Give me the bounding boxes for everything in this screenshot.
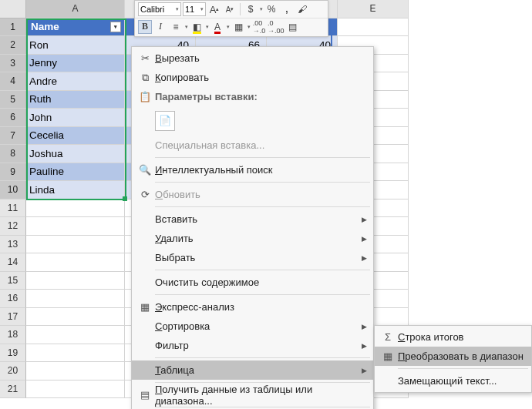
row-header[interactable]: 5 xyxy=(0,91,26,109)
chevron-down-icon: ▾ xyxy=(200,6,204,12)
decrease-decimal-icon[interactable]: .00→.0 xyxy=(252,20,266,34)
convert-icon: ▦ xyxy=(378,350,398,362)
row-header[interactable]: 19 xyxy=(0,344,26,363)
menu-insert[interactable]: Вставить▶ xyxy=(132,210,373,229)
row-header[interactable]: 12 xyxy=(0,217,26,236)
comma-format-button[interactable]: , xyxy=(280,2,294,16)
row-header[interactable]: 18 xyxy=(0,326,26,344)
row-header[interactable]: 14 xyxy=(0,253,26,272)
row-header[interactable]: 6 xyxy=(0,109,26,127)
row-header[interactable]: 9 xyxy=(0,163,26,182)
quick-analysis-icon: ▦ xyxy=(135,301,155,313)
cell-name[interactable]: Ruth xyxy=(26,91,125,109)
copy-icon: ⧉ xyxy=(135,72,155,84)
menu-paste-special: Специальная вставка... xyxy=(132,136,373,155)
borders-icon[interactable]: ▦ xyxy=(231,20,245,34)
row-header[interactable]: 15 xyxy=(0,272,26,290)
font-color-icon[interactable]: A xyxy=(210,20,224,34)
row-header[interactable]: 20 xyxy=(0,362,26,381)
align-center-icon[interactable]: ≡ xyxy=(169,20,183,34)
table-header-label: Name xyxy=(31,21,59,32)
filter-dropdown-icon[interactable]: ▾ xyxy=(110,22,121,32)
submenu-totals-row[interactable]: ΣСтрока итогов xyxy=(375,327,531,347)
row-header[interactable]: 13 xyxy=(0,236,26,254)
cell-name[interactable]: John xyxy=(26,109,125,127)
fill-color-icon[interactable]: ◧ xyxy=(190,20,204,34)
chevron-right-icon: ▶ xyxy=(362,323,367,330)
menu-cut[interactable]: ✂Вырезать xyxy=(132,49,373,68)
submenu-alt-text[interactable]: Замещающий текст... xyxy=(375,371,531,391)
search-icon: 🔍 xyxy=(135,164,155,176)
context-menu: ✂Вырезать ⧉Копировать 📋Параметры вставки… xyxy=(131,46,374,409)
menu-get-data[interactable]: ▤Получить данные из таблицы или диапазон… xyxy=(132,385,373,404)
menu-smart-lookup[interactable]: 🔍Интеллектуальный поиск xyxy=(132,160,373,179)
mini-toolbar: Calibri▾ 11▾ A▴ A▾ $▾ % , 🖌 B I ≡▾ ◧▾ A▾… xyxy=(134,0,328,37)
select-all-corner[interactable] xyxy=(0,0,26,18)
row-header[interactable]: 16 xyxy=(0,290,26,308)
cell-name[interactable]: Pauline xyxy=(26,163,125,182)
merge-icon[interactable]: ▤ xyxy=(286,20,300,34)
chevron-right-icon: ▶ xyxy=(362,216,367,223)
table-header-name[interactable]: Name ▾ xyxy=(26,18,125,37)
percent-format-button[interactable]: % xyxy=(264,2,278,16)
chevron-right-icon: ▶ xyxy=(362,367,367,374)
font-family-select[interactable]: Calibri▾ xyxy=(138,2,181,16)
menu-table[interactable]: Таблица▶ xyxy=(132,360,373,380)
cell[interactable] xyxy=(338,18,409,37)
menu-paste-option[interactable]: 📄 xyxy=(132,106,373,136)
row-header[interactable]: 1 xyxy=(0,18,26,37)
bold-button[interactable]: B xyxy=(138,20,152,34)
col-header-E[interactable]: E xyxy=(338,0,409,18)
increase-decimal-icon[interactable]: .0→.00 xyxy=(268,20,285,34)
menu-refresh: ⟳Обновить xyxy=(132,185,373,204)
col-header-A[interactable]: A xyxy=(26,0,125,18)
decrease-font-icon[interactable]: A▾ xyxy=(223,2,237,16)
menu-copy[interactable]: ⧉Копировать xyxy=(132,68,373,87)
cell-name[interactable]: Andre xyxy=(26,72,125,91)
clipboard-icon: 📋 xyxy=(135,91,155,102)
chevron-right-icon: ▶ xyxy=(362,254,367,262)
row-header[interactable]: 4 xyxy=(0,72,26,91)
menu-select[interactable]: Выбрать▶ xyxy=(132,248,373,267)
cell-name[interactable]: Cecelia xyxy=(26,127,125,146)
sigma-icon: Σ xyxy=(378,331,398,343)
increase-font-icon[interactable]: A▴ xyxy=(207,2,221,16)
cell-name[interactable]: Ron xyxy=(26,36,125,55)
chevron-right-icon: ▶ xyxy=(362,235,367,243)
row-header[interactable]: 8 xyxy=(0,145,26,163)
chevron-down-icon: ▾ xyxy=(176,6,179,12)
row-header[interactable]: 2 xyxy=(0,36,26,55)
row-header[interactable]: 10 xyxy=(0,181,26,199)
cell-name[interactable]: Joshua xyxy=(26,145,125,163)
row-header[interactable]: 21 xyxy=(0,381,26,399)
chevron-right-icon: ▶ xyxy=(362,342,367,350)
cell-name[interactable]: Linda xyxy=(26,181,125,199)
italic-button[interactable]: I xyxy=(153,20,167,34)
accounting-format-button[interactable]: $ xyxy=(244,2,258,16)
refresh-icon: ⟳ xyxy=(135,189,155,200)
scissors-icon: ✂ xyxy=(135,52,155,64)
row-header[interactable]: 11 xyxy=(0,199,26,218)
font-size-select[interactable]: 11▾ xyxy=(183,2,206,16)
menu-quick-analysis[interactable]: ▦Экспресс-анализ xyxy=(132,297,373,317)
row-header[interactable]: 17 xyxy=(0,308,26,327)
paste-icon[interactable]: 📄 xyxy=(155,111,175,131)
row-header[interactable]: 3 xyxy=(0,55,26,73)
table-submenu: ΣСтрока итогов ▦Преобразовать в диапазон… xyxy=(374,325,532,393)
menu-delete[interactable]: Удалить▶ xyxy=(132,229,373,248)
cell-name[interactable]: Jenny xyxy=(26,55,125,73)
format-painter-icon[interactable]: 🖌 xyxy=(295,2,309,16)
submenu-convert-to-range[interactable]: ▦Преобразовать в диапазон xyxy=(375,347,531,366)
menu-clear-contents[interactable]: Очистить содержимое xyxy=(132,273,373,292)
table-icon: ▤ xyxy=(135,389,155,401)
menu-filter[interactable]: Фильтр▶ xyxy=(132,336,373,355)
menu-paste-options-heading: 📋Параметры вставки: xyxy=(132,87,373,106)
row-header[interactable]: 7 xyxy=(0,127,26,146)
menu-sort[interactable]: Сортировка▶ xyxy=(132,317,373,336)
